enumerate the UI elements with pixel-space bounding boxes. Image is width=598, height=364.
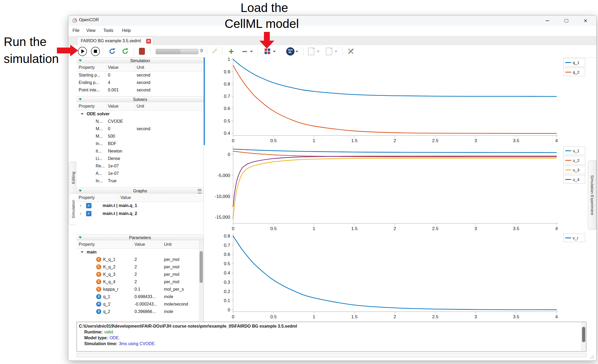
menu-file[interactable]: File	[71, 28, 81, 33]
table-row[interactable]: In... True	[77, 177, 204, 185]
remove-panel-dropdown-icon[interactable]	[250, 51, 253, 52]
expander-right-icon[interactable]: ›	[80, 210, 81, 217]
graphs-menu-icon[interactable]	[198, 189, 201, 193]
value-cell[interactable]: -0.000243...	[134, 300, 157, 308]
parameter-row[interactable]: C K_q_1 2 per_mol	[77, 256, 204, 263]
value-cell[interactable]: 2	[134, 256, 137, 263]
value-cell[interactable]: CVODE	[108, 118, 123, 125]
value-cell[interactable]: 0.1	[134, 286, 140, 293]
value-cell[interactable]: 1e-07	[108, 162, 119, 170]
horizontal-scrollbar[interactable]	[77, 353, 586, 357]
table-row[interactable]: Point inte... 0.001 second	[77, 86, 204, 94]
value-cell[interactable]: 2	[134, 271, 137, 278]
clear-results-button[interactable]	[137, 47, 146, 56]
parameter-row[interactable]: S q_1 0.698433... mole	[77, 293, 204, 300]
parameter-row[interactable]: C K_q_3 2 per_mol	[77, 271, 204, 278]
table-row[interactable]: Starting p... 0 second	[77, 71, 204, 79]
cellml-dropdown-icon[interactable]	[273, 51, 276, 52]
table-row[interactable]: Re... 1e-07	[77, 162, 204, 170]
scrollbar-thumb[interactable]	[200, 251, 203, 283]
unit-cell[interactable]: second	[137, 79, 150, 86]
simulation-delay-wheel[interactable]	[156, 49, 198, 54]
resize-grip-icon[interactable]	[590, 354, 594, 359]
value-cell[interactable]: 0	[108, 125, 110, 133]
table-row[interactable]: In... BDF	[77, 140, 204, 147]
parameter-group-row[interactable]: main	[77, 248, 204, 256]
legend-entry[interactable]: v_r	[563, 234, 585, 242]
section-header-simulation[interactable]: Simulation	[77, 57, 204, 64]
sedml-export-button[interactable]: SEDML	[286, 47, 295, 56]
unit-cell[interactable]: second	[137, 71, 150, 79]
stop-simulation-button[interactable]	[91, 47, 100, 56]
parameters-scrollbar[interactable]	[199, 241, 204, 321]
graph-checkbox[interactable]: ✓	[86, 211, 91, 216]
unit-cell[interactable]: second	[137, 125, 150, 133]
parameter-row[interactable]: C K_q_2 2 per_mol	[77, 263, 204, 271]
add-graph-panel-button[interactable]: +	[227, 47, 236, 56]
legend-entry[interactable]: q_1	[563, 58, 585, 67]
menu-tools[interactable]: Tools	[102, 28, 115, 33]
value-cell[interactable]: 4	[108, 79, 110, 86]
table-row[interactable]: A... 1e-07	[77, 170, 204, 177]
maximize-button[interactable]	[558, 15, 575, 26]
value-cell[interactable]: 0.698433...	[134, 293, 156, 300]
parameter-row[interactable]: R q_1' -0.000243... mole/second	[77, 300, 204, 308]
graph-row[interactable]: › ✓ main.t | main.q_2	[77, 210, 204, 218]
parameter-row[interactable]: C kappa_r 0.1 mol_per_s	[77, 286, 204, 293]
menu-view[interactable]: View	[85, 28, 97, 33]
chart-v-r[interactable]: 00.511.522.533.540.80.70.60.50.40.30.20.…	[205, 232, 562, 321]
value-cell[interactable]: 0	[108, 71, 110, 79]
parameter-row[interactable]: C K_q_4 2 per_mol	[77, 278, 204, 286]
legend-entry[interactable]: u_1	[563, 146, 585, 155]
menu-help[interactable]: Help	[120, 28, 132, 33]
chart-u-potentials[interactable]: 00.511.522.533.540-5,000-10,000-15,000	[205, 145, 562, 232]
reset-all-button[interactable]	[121, 47, 130, 56]
mode-tab-simulation[interactable]: Simulation	[69, 193, 77, 225]
sedml-dropdown-icon[interactable]	[296, 51, 298, 52]
graph-checkbox[interactable]: ✓	[86, 203, 91, 208]
table-row[interactable]: N... CVODE	[77, 118, 204, 125]
table-row[interactable]: M... 500	[77, 133, 204, 140]
remove-graph-panel-button[interactable]: −	[240, 47, 249, 56]
value-cell[interactable]: Dense	[108, 155, 120, 162]
parameter-row[interactable]: S q_2 0.396866... mole	[77, 308, 204, 315]
value-cell[interactable]: True	[108, 177, 116, 185]
expander-right-icon[interactable]: ›	[80, 202, 81, 209]
graph-row[interactable]: › ✓ main.t | main.q_1	[77, 202, 204, 210]
section-header-solvers[interactable]: Solvers	[77, 96, 204, 103]
run-simulation-button[interactable]	[78, 47, 87, 56]
value-cell[interactable]: 1e-07	[108, 170, 119, 177]
value-cell[interactable]: Newton	[108, 147, 122, 155]
reset-state-button[interactable]	[108, 47, 117, 56]
preferences-button[interactable]	[346, 47, 355, 56]
table-row[interactable]: Li... Dense	[77, 155, 204, 162]
table-row[interactable]: It... Newton	[77, 147, 204, 155]
section-header-parameters[interactable]: Parameters	[77, 234, 204, 241]
value-cell[interactable]: 0.001	[108, 86, 119, 94]
unit-cell[interactable]: second	[137, 86, 150, 94]
close-button[interactable]: ×	[577, 15, 594, 26]
mode-tab-editing[interactable]: Editing	[69, 162, 77, 194]
table-row[interactable]: Ending p... 4 second	[77, 79, 204, 86]
legend-entry[interactable]: u_2	[563, 156, 585, 164]
value-cell[interactable]: 2	[134, 278, 137, 286]
value-cell[interactable]: 2	[134, 263, 137, 271]
console-scrollbar[interactable]	[581, 322, 586, 351]
chart-q1-q2[interactable]: 00.511.522.533.5410.90.80.70.60.50.4	[205, 57, 562, 145]
solver-group-row[interactable]: ODE solver	[77, 110, 204, 118]
section-header-graphs[interactable]: Graphs	[77, 188, 204, 194]
legend-entry[interactable]: u_4	[563, 175, 585, 184]
value-cell[interactable]: 0.396866...	[134, 308, 156, 315]
tab-close-icon[interactable]: ✕	[146, 39, 151, 44]
value-cell[interactable]: BDF	[108, 140, 116, 147]
value-cell[interactable]: 500	[108, 133, 115, 140]
legend-entry[interactable]: u_3	[563, 166, 585, 174]
expander-down-icon[interactable]	[81, 251, 83, 253]
tab-simulation-experiment[interactable]: Simulation Experiment	[588, 160, 596, 230]
scrollbar-thumb[interactable]	[582, 327, 585, 342]
table-row[interactable]: M... 0 second	[77, 125, 204, 133]
minimize-button[interactable]	[539, 15, 556, 26]
document-tab[interactable]: FAIRDO BG example 3.5.sedml ✕	[77, 37, 153, 45]
expander-down-icon[interactable]	[81, 113, 83, 115]
legend-entry[interactable]: q_2	[563, 68, 585, 76]
